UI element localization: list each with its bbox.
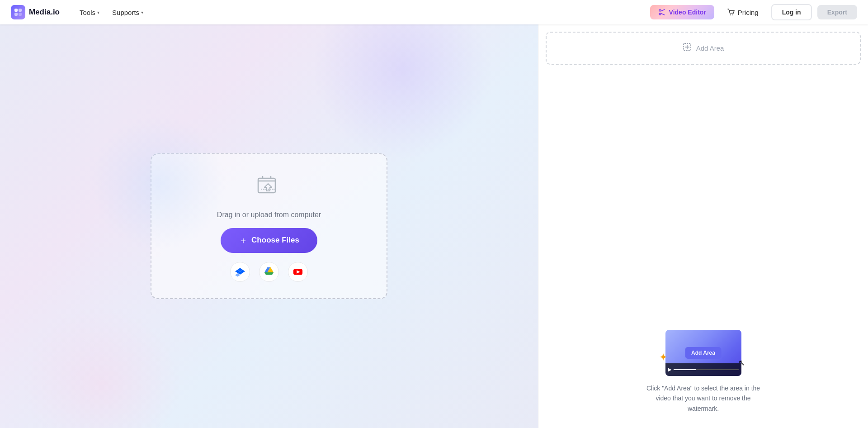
cloud-services [230,262,308,282]
content-area: Drag in or upload from computer ＋ Choose… [0,24,538,428]
cursor-icon: ↖ [738,358,745,368]
svg-point-8 [730,14,731,15]
sparkle-icon: ✦ [659,352,667,363]
progress-bar [674,369,739,370]
video-thumbnail-container: ▶ Add Area ✦ ↖ [665,330,741,376]
header-right: Video Editor Pricing Log in Export [650,4,857,20]
logo-icon [11,5,25,19]
sidebar-hint-text: Click "Add Area" to select the area in t… [640,383,767,414]
progress-fill [674,369,696,370]
right-sidebar: Add Area ▶ Add Area ✦ ↖ [538,24,868,428]
export-button[interactable]: Export [817,5,857,19]
logo-text: Media.io [29,8,60,17]
svg-rect-3 [19,13,22,16]
login-button[interactable]: Log in [771,4,812,20]
logo-area[interactable]: Media.io [11,5,60,19]
svg-point-9 [732,14,733,15]
choose-files-button[interactable]: ＋ Choose Files [221,228,317,253]
upload-dropzone[interactable]: Drag in or upload from computer ＋ Choose… [151,153,387,299]
svg-line-7 [661,14,665,15]
dropbox-icon [235,267,245,277]
upload-icon [255,171,283,202]
tools-arrow-icon: ▾ [97,10,99,15]
svg-rect-0 [14,9,18,12]
play-icon: ▶ [668,367,672,372]
scissors-icon [658,9,665,16]
add-area-icon [683,43,692,54]
main-nav: Tools ▾ Supports ▾ [74,6,149,19]
plus-icon: ＋ [239,234,248,247]
header: Media.io Tools ▾ Supports ▾ Video Editor [0,0,868,24]
youtube-button[interactable] [288,262,308,282]
google-drive-button[interactable] [259,262,279,282]
google-drive-icon [264,267,274,277]
upload-drag-text: Drag in or upload from computer [217,211,321,219]
svg-rect-2 [14,13,18,16]
add-area-overlay-button[interactable]: Add Area [685,347,722,359]
sidebar-spacer [546,72,861,315]
cart-icon [727,8,735,16]
youtube-icon [293,267,303,277]
add-area-top-button[interactable]: Add Area [546,32,861,65]
video-controls-overlay: ▶ [665,363,741,376]
main-layout: Drag in or upload from computer ＋ Choose… [0,0,868,428]
supports-arrow-icon: ▾ [141,10,143,15]
svg-line-6 [661,10,665,11]
video-editor-button[interactable]: Video Editor [650,5,714,19]
dropbox-button[interactable] [230,262,250,282]
video-preview-area: ▶ Add Area ✦ ↖ Click "Add Area" to selec… [546,323,861,421]
nav-supports[interactable]: Supports ▾ [107,6,149,19]
pricing-button[interactable]: Pricing [720,5,766,20]
svg-rect-1 [19,9,22,12]
nav-tools[interactable]: Tools ▾ [74,6,105,19]
bg-orb-2 [23,306,181,428]
